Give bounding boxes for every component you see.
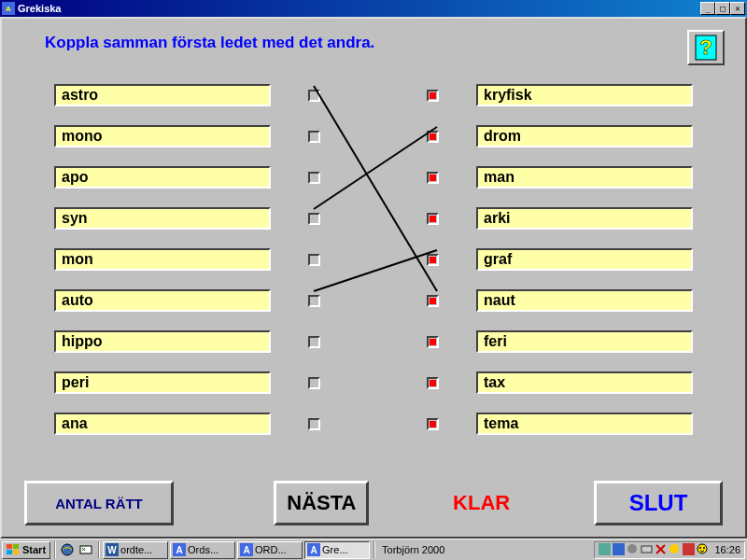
quicklaunch-desktop-icon[interactable] (78, 541, 94, 558)
right-word[interactable]: tema (476, 413, 693, 435)
taskbar-item[interactable]: AGre... (304, 541, 370, 559)
svg-rect-4 (7, 550, 12, 554)
connector-area (271, 295, 476, 307)
right-word[interactable]: feri (476, 330, 693, 353)
taskbar-item[interactable]: AORD... (237, 541, 303, 559)
right-word[interactable]: man (476, 166, 693, 189)
svg-point-24 (703, 547, 705, 549)
titlebar: A Grekiska _ □ ✕ (0, 0, 747, 17)
right-connector[interactable] (427, 295, 439, 307)
right-word[interactable]: arki (476, 207, 693, 230)
right-word[interactable]: graf (476, 248, 693, 271)
right-connector[interactable] (427, 131, 439, 143)
minimize-button[interactable]: _ (700, 2, 715, 15)
clock: 16:26 (714, 544, 740, 555)
svg-text:A: A (176, 545, 182, 555)
svg-point-20 (669, 544, 679, 553)
exercise-row: hippoferi (54, 321, 693, 362)
tray-icon[interactable] (599, 543, 611, 557)
taskbar-user-label: Torbjörn 2000 (378, 544, 448, 555)
right-connector[interactable] (427, 418, 439, 430)
help-button[interactable]: ? (687, 30, 725, 65)
left-word[interactable]: hippo (54, 330, 271, 353)
svg-text:W: W (107, 545, 117, 555)
tray-icon[interactable] (669, 543, 681, 557)
svg-rect-16 (599, 543, 611, 555)
maximize-button[interactable]: □ (715, 2, 730, 15)
connector-area (271, 213, 476, 225)
left-connector[interactable] (308, 418, 320, 430)
start-label: Start (22, 544, 46, 555)
svg-text:A: A (310, 545, 317, 555)
exercise-row: apoman (54, 157, 693, 198)
connector-area (271, 254, 476, 266)
exercise-row: autonaut (54, 280, 693, 321)
svg-text:?: ? (699, 35, 712, 59)
task-items: Wordte...AOrds...AORD...AGre... (103, 541, 370, 559)
tray-icon[interactable] (683, 543, 695, 557)
exercise-row: monodrom (54, 116, 693, 157)
right-word[interactable]: tax (476, 371, 693, 394)
left-word[interactable]: mono (54, 125, 271, 147)
left-connector[interactable] (308, 90, 320, 102)
windows-logo-icon (7, 544, 20, 555)
left-connector[interactable] (308, 131, 320, 143)
left-connector[interactable] (308, 213, 320, 225)
left-connector[interactable] (308, 254, 320, 266)
left-word[interactable]: apo (54, 166, 271, 189)
svg-point-6 (62, 544, 73, 555)
tray-icon[interactable] (697, 543, 709, 557)
right-word[interactable]: kryfisk (476, 84, 693, 106)
taskbar-item-icon: A (307, 543, 320, 556)
exercise-row: astrokryfisk (54, 75, 693, 116)
left-connector[interactable] (308, 377, 320, 389)
tray-icon[interactable] (627, 543, 639, 557)
close-button[interactable]: ✕ (730, 2, 745, 15)
taskbar-separator (98, 541, 99, 558)
connector-area (271, 131, 476, 143)
right-word[interactable]: drom (476, 125, 693, 147)
right-connector[interactable] (427, 336, 439, 348)
svg-rect-7 (80, 546, 92, 553)
left-connector[interactable] (308, 295, 320, 307)
right-connector[interactable] (427, 172, 439, 184)
button-bar: ANTAL RÄTT NÄSTA KLAR SLUT (24, 479, 723, 527)
right-connector[interactable] (427, 213, 439, 225)
left-word[interactable]: astro (54, 84, 271, 106)
svg-rect-3 (13, 544, 19, 549)
left-word[interactable]: auto (54, 289, 271, 312)
left-connector[interactable] (308, 336, 320, 348)
connector-area (271, 377, 476, 389)
done-button[interactable]: KLAR (434, 481, 529, 525)
score-button[interactable]: ANTAL RÄTT (24, 481, 174, 525)
instruction-text: Koppla samman första ledet med det andra… (45, 34, 374, 52)
exercise-row: mongraf (54, 239, 693, 280)
right-word[interactable]: naut (476, 289, 693, 312)
tray-icon[interactable] (655, 543, 667, 557)
taskbar-item-label: ORD... (255, 544, 287, 555)
connector-area (271, 418, 476, 430)
left-word[interactable]: mon (54, 248, 271, 271)
svg-rect-2 (7, 544, 12, 549)
svg-rect-19 (641, 546, 652, 553)
right-connector[interactable] (427, 90, 439, 102)
svg-text:A: A (243, 545, 249, 555)
svg-rect-21 (683, 543, 695, 555)
quicklaunch-ie-icon[interactable] (59, 541, 76, 558)
tray-icon[interactable] (641, 543, 653, 557)
quit-button[interactable]: SLUT (594, 481, 723, 525)
tray-icon[interactable] (613, 543, 625, 557)
right-connector[interactable] (427, 377, 439, 389)
left-word[interactable]: syn (54, 207, 271, 230)
window-controls: _ □ ✕ (700, 2, 745, 15)
left-connector[interactable] (308, 172, 320, 184)
left-word[interactable]: ana (54, 413, 271, 435)
right-connector[interactable] (427, 254, 439, 266)
taskbar-item[interactable]: Wordte... (103, 541, 168, 559)
left-word[interactable]: peri (54, 371, 271, 394)
taskbar-item[interactable]: AOrds... (170, 541, 235, 559)
svg-point-18 (627, 544, 637, 553)
next-button[interactable]: NÄSTA (274, 481, 369, 525)
start-button[interactable]: Start (2, 541, 50, 559)
svg-point-23 (699, 547, 701, 549)
